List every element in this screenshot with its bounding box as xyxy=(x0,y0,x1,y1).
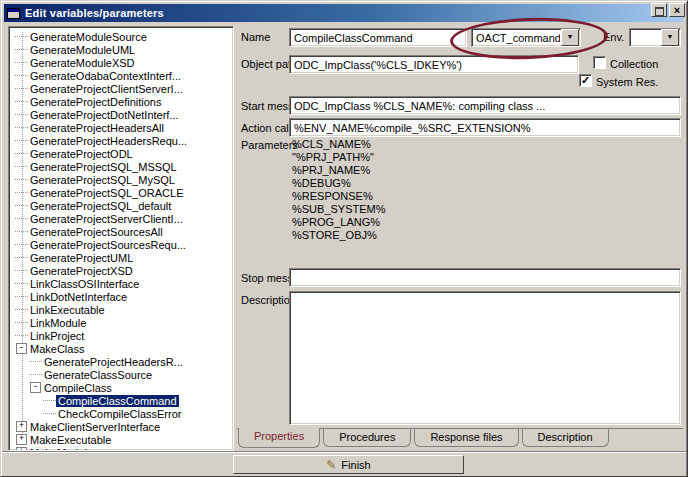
tree-item[interactable]: GenerateProjectODL xyxy=(15,147,233,160)
tree-connector xyxy=(15,270,28,271)
tree-item[interactable]: GenerateProjectUML xyxy=(15,251,233,264)
tree-item[interactable]: GenerateModuleSource xyxy=(15,30,233,43)
tree-item-label: GenerateProjectHeadersR... xyxy=(42,356,185,368)
finish-button[interactable]: ✎ Finish xyxy=(233,455,464,474)
tree-item[interactable]: GenerateOdabaContextInterf... xyxy=(15,69,233,82)
window-title: Edit variables/parameters xyxy=(25,7,164,19)
tree-item-label: LinkProject xyxy=(28,330,86,342)
tree-connector xyxy=(15,335,28,336)
tree-item[interactable]: LinkClassOSIInterface xyxy=(15,277,233,290)
tree-item[interactable]: GenerateProjectSourcesAll xyxy=(15,225,233,238)
tree-item[interactable]: +MakeExecutable xyxy=(15,433,233,446)
maximize-button[interactable] xyxy=(651,3,667,17)
tree-item-label: CompileClass xyxy=(42,382,114,394)
tree-connector xyxy=(29,374,42,375)
tree-item[interactable]: GenerateProjectSourcesRequ... xyxy=(15,238,233,251)
start-message-input[interactable] xyxy=(289,96,681,115)
titlebar[interactable]: Edit variables/parameters xyxy=(4,4,684,22)
tree-item[interactable]: GenerateProjectSQL_MySQL xyxy=(15,173,233,186)
collection-label: Collection xyxy=(610,58,658,70)
tab-description[interactable]: Description xyxy=(522,429,609,447)
tree-connector xyxy=(15,166,28,167)
chevron-down-icon[interactable]: ▼ xyxy=(661,29,679,46)
tree-item-label: GenerateProjectXSD xyxy=(28,265,135,277)
tree-item-label: GenerateModuleUML xyxy=(28,44,137,56)
name-input[interactable] xyxy=(289,28,467,47)
tree-item[interactable]: CheckCompileClassError xyxy=(15,407,233,420)
parameters-list[interactable]: %CLS_NAME% "%PRJ_PATH%" %PRJ_NAME% %DEBU… xyxy=(292,138,672,244)
tree-connector xyxy=(15,75,28,76)
collection-checkbox[interactable] xyxy=(593,56,606,69)
tab-response-files[interactable]: Response files xyxy=(414,429,518,447)
tree-connector xyxy=(15,218,28,219)
tree-item[interactable]: GenerateProjectDotNetInterf... xyxy=(15,108,233,121)
tree-item-label: GenerateProjectSQL_MySQL xyxy=(28,174,177,186)
tree-item-label: MakeClass xyxy=(28,343,86,355)
tree-connector xyxy=(15,114,28,115)
tree-item[interactable]: GenerateProjectSQL_default xyxy=(15,199,233,212)
tree-item[interactable]: GenerateProjectClientServerI... xyxy=(15,82,233,95)
tree-item-label: GenerateProjectDotNetInterf... xyxy=(28,109,181,121)
tree-item[interactable]: LinkModule xyxy=(15,316,233,329)
tree-item[interactable]: GenerateProjectHeadersAll xyxy=(15,121,233,134)
tree-item[interactable]: GenerateClassSource xyxy=(15,368,233,381)
tree-item[interactable]: GenerateProjectSQL_ORACLE xyxy=(15,186,233,199)
tree-item-label: GenerateProjectClientServerI... xyxy=(28,83,185,95)
tree-connector xyxy=(15,231,28,232)
tree-item[interactable]: GenerateProjectServerClientI... xyxy=(15,212,233,225)
tab-properties[interactable]: Properties xyxy=(238,428,320,448)
expander-minus-icon[interactable]: - xyxy=(30,382,41,393)
object-path-input[interactable] xyxy=(289,55,579,74)
tree-item-label: MakeExecutable xyxy=(28,434,113,446)
window-icon xyxy=(7,8,20,19)
action-call-label: Action call xyxy=(241,122,291,134)
tree-item[interactable]: GenerateProjectXSD xyxy=(15,264,233,277)
variables-tree[interactable]: GenerateModuleSourceGenerateModuleUMLGen… xyxy=(8,26,234,451)
tree-connector xyxy=(15,101,28,102)
chevron-down-icon[interactable]: ▼ xyxy=(561,29,579,46)
tree-item[interactable]: GenerateProjectSQL_MSSQL xyxy=(15,160,233,173)
tree-item-label: GenerateProjectODL xyxy=(28,148,135,160)
stop-message-input[interactable] xyxy=(289,268,681,287)
expander-minus-icon[interactable]: - xyxy=(16,343,27,354)
tree-item-label: CheckCompileClassError xyxy=(56,408,183,420)
tree-connector xyxy=(15,296,28,297)
edit-variables-dialog: Edit variables/parameters × GenerateModu… xyxy=(0,0,688,477)
tree-item-label: LinkExecutable xyxy=(28,304,107,316)
tree-connector xyxy=(15,88,28,89)
tree-item[interactable]: -CompileClass xyxy=(15,381,233,394)
tree-item-label: GenerateProjectSourcesAll xyxy=(28,226,165,238)
tree-item-label: CompileClassCommand xyxy=(56,395,179,407)
close-button[interactable]: × xyxy=(669,3,685,17)
tree-item[interactable]: GenerateProjectHeadersR... xyxy=(15,355,233,368)
type-combo[interactable]: OACT_command ▼ xyxy=(471,28,581,47)
tree-item[interactable]: LinkProject xyxy=(15,329,233,342)
tree-item[interactable]: +MakeClientServerInterface xyxy=(15,420,233,433)
type-combo-value: OACT_command xyxy=(472,32,560,44)
close-icon: × xyxy=(674,4,680,16)
tab-procedures[interactable]: Procedures xyxy=(323,429,411,447)
tree-item[interactable]: GenerateModuleXSD xyxy=(15,56,233,69)
maximize-icon xyxy=(655,7,664,16)
tree-item[interactable]: -MakeClass xyxy=(15,342,233,355)
action-call-input[interactable] xyxy=(289,118,681,137)
tree-item[interactable]: GenerateModuleUML xyxy=(15,43,233,56)
tree-item[interactable]: GenerateProjectHeadersRequ... xyxy=(15,134,233,147)
tree-connector xyxy=(15,322,28,323)
tree-connector xyxy=(15,192,28,193)
tree-item-label: GenerateProjectDefinitions xyxy=(28,96,163,108)
description-input[interactable] xyxy=(289,291,681,425)
tree-item-label: GenerateProjectSQL_default xyxy=(28,200,173,212)
tree-item-label: LinkDotNetInterface xyxy=(28,291,129,303)
tree-item[interactable]: CompileClassCommand xyxy=(15,394,233,407)
system-res-checkbox[interactable]: ✓ xyxy=(579,74,592,87)
expander-plus-icon[interactable]: + xyxy=(16,421,27,432)
tree-connector xyxy=(15,127,28,128)
tree-item-label: GenerateModuleXSD xyxy=(28,57,137,69)
tree-connector xyxy=(43,400,56,401)
tree-item[interactable]: LinkExecutable xyxy=(15,303,233,316)
expander-plus-icon[interactable]: + xyxy=(16,434,27,445)
tree-item[interactable]: GenerateProjectDefinitions xyxy=(15,95,233,108)
tree-item[interactable]: LinkDotNetInterface xyxy=(15,290,233,303)
env-combo[interactable]: ▼ xyxy=(629,28,681,47)
